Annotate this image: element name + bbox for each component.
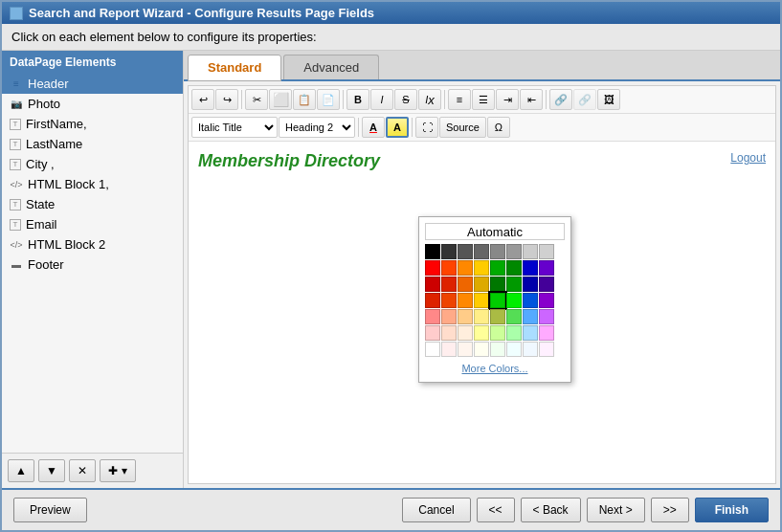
color-cell[interactable]	[458, 244, 473, 259]
color-cell[interactable]	[539, 244, 554, 259]
preview-button[interactable]: Preview	[13, 498, 87, 522]
color-cell[interactable]	[539, 342, 554, 357]
color-cell[interactable]	[539, 260, 554, 276]
color-cell[interactable]	[506, 342, 522, 357]
unordered-list-button[interactable]: ☰	[472, 89, 495, 110]
source-button[interactable]: Source	[439, 117, 486, 138]
redo-button[interactable]: ↪	[215, 89, 238, 110]
color-cell[interactable]	[523, 342, 538, 357]
color-cell[interactable]	[523, 260, 538, 276]
color-cell[interactable]	[490, 342, 505, 357]
color-cell[interactable]	[458, 325, 473, 341]
cut-button[interactable]: ✂	[245, 89, 268, 110]
color-cell[interactable]	[506, 244, 522, 259]
color-cell[interactable]	[425, 309, 440, 324]
sidebar-item-header[interactable]: ≡ Header	[2, 74, 183, 94]
bold-button[interactable]: B	[346, 89, 369, 110]
sidebar-item-city[interactable]: T City ,	[2, 154, 183, 174]
image-button[interactable]: 🖼	[597, 89, 620, 110]
color-cell[interactable]	[506, 277, 522, 292]
color-cell[interactable]	[474, 277, 489, 292]
color-cell[interactable]	[474, 260, 489, 276]
color-cell[interactable]	[474, 309, 489, 324]
strikethrough-button[interactable]: S	[394, 89, 417, 110]
color-cell[interactable]	[523, 293, 538, 308]
sidebar-item-lastname[interactable]: T LastName	[2, 134, 183, 154]
color-cell[interactable]	[441, 325, 457, 341]
color-cell[interactable]	[539, 277, 554, 292]
more-colors-link[interactable]: More Colors...	[425, 361, 565, 376]
color-cell[interactable]	[458, 293, 473, 308]
unlink-button[interactable]: 🔗	[573, 89, 596, 110]
sidebar-item-photo[interactable]: 📷 Photo	[2, 94, 183, 114]
color-cell[interactable]	[425, 260, 440, 276]
finish-button[interactable]: Finish	[695, 498, 769, 522]
color-cell[interactable]	[490, 325, 505, 341]
format-select[interactable]: Italic Title	[191, 117, 278, 138]
next-button[interactable]: Next >	[587, 498, 645, 522]
italic-button[interactable]: I	[370, 89, 393, 110]
color-cell[interactable]	[523, 309, 538, 324]
move-up-button[interactable]: ▲	[8, 459, 34, 482]
sidebar-item-state[interactable]: T State	[2, 194, 183, 214]
color-cell[interactable]	[441, 309, 457, 324]
color-cell[interactable]	[425, 293, 440, 308]
undo-button[interactable]: ↩	[191, 89, 214, 110]
color-cell[interactable]	[425, 342, 440, 357]
color-cell[interactable]	[506, 325, 522, 341]
color-cell[interactable]	[506, 260, 522, 276]
paste-button[interactable]: 📋	[293, 89, 316, 110]
color-cell[interactable]	[441, 244, 457, 259]
first-page-button[interactable]: <<	[477, 498, 515, 522]
font-color-button[interactable]: A	[362, 117, 385, 138]
sidebar-item-firstname[interactable]: T FirstName,	[2, 114, 183, 134]
color-cell[interactable]	[441, 277, 457, 292]
last-page-button[interactable]: >>	[651, 498, 689, 522]
indent-button[interactable]: ⇥	[496, 89, 519, 110]
clear-format-button[interactable]: Ix	[418, 89, 441, 110]
color-cell[interactable]	[523, 277, 538, 292]
color-cell[interactable]	[523, 244, 538, 259]
tab-standard[interactable]: Standard	[188, 55, 281, 81]
editor-body[interactable]: Membership Directory Logout Automatic	[189, 142, 775, 483]
color-cell[interactable]	[458, 277, 473, 292]
color-cell[interactable]	[458, 260, 473, 276]
color-cell[interactable]	[425, 277, 440, 292]
color-cell[interactable]	[506, 293, 522, 308]
back-button[interactable]: < Back	[521, 498, 581, 522]
paste-text-button[interactable]: 📄	[317, 89, 340, 110]
sidebar-item-footer[interactable]: ▬ Footer	[2, 255, 183, 275]
cancel-button[interactable]: Cancel	[402, 498, 470, 522]
color-cell[interactable]	[458, 342, 473, 357]
color-cell[interactable]	[474, 293, 489, 308]
color-cell[interactable]	[490, 260, 505, 276]
color-cell[interactable]	[523, 325, 538, 341]
color-cell[interactable]	[441, 293, 457, 308]
heading-select[interactable]: Heading 2	[279, 117, 355, 138]
color-cell[interactable]	[474, 342, 489, 357]
logout-link[interactable]: Logout	[730, 151, 766, 165]
color-cell[interactable]	[441, 342, 457, 357]
color-cell[interactable]	[474, 325, 489, 341]
color-cell[interactable]	[425, 244, 440, 259]
color-cell[interactable]	[539, 309, 554, 324]
sidebar-item-htmlblock2[interactable]: </> HTML Block 2	[2, 234, 183, 255]
ordered-list-button[interactable]: ≡	[448, 89, 471, 110]
color-cell[interactable]	[490, 277, 505, 292]
color-cell[interactable]	[441, 260, 457, 276]
auto-color-option[interactable]: Automatic	[425, 223, 565, 240]
fullscreen-button[interactable]: ⛶	[415, 117, 438, 138]
delete-button[interactable]: ✕	[69, 459, 96, 482]
sidebar-item-htmlblock1[interactable]: </> HTML Block 1,	[2, 174, 183, 194]
sidebar-item-email[interactable]: T Email	[2, 214, 183, 234]
color-cell[interactable]	[458, 309, 473, 324]
color-cell-highlighted[interactable]	[490, 293, 505, 308]
move-down-button[interactable]: ▼	[38, 459, 65, 482]
link-button[interactable]: 🔗	[549, 89, 572, 110]
color-cell[interactable]	[539, 293, 554, 308]
color-cell[interactable]	[474, 244, 489, 259]
color-cell[interactable]	[506, 309, 522, 324]
color-cell[interactable]	[490, 309, 505, 324]
add-button[interactable]: ✚ ▾	[100, 459, 136, 482]
special-char-button[interactable]: Ω	[487, 117, 510, 138]
